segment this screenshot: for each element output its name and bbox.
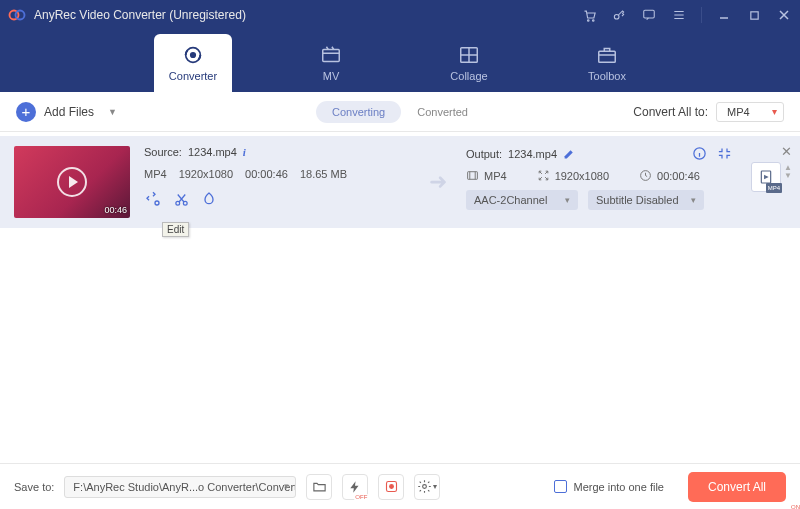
source-duration: 00:00:46: [245, 168, 288, 180]
source-filename: 1234.mp4: [188, 146, 237, 158]
svg-point-3: [592, 19, 594, 21]
main-tabs: Converter MV Collage Toolbox: [0, 30, 800, 92]
convert-all-to-label: Convert All to:: [633, 105, 708, 119]
tab-converter[interactable]: Converter: [154, 34, 232, 92]
audio-track-select[interactable]: AAC-2Channel: [466, 190, 578, 210]
media-info-button[interactable]: [692, 146, 707, 161]
arrow-icon: ➜: [424, 169, 452, 195]
svg-point-8: [191, 53, 196, 58]
thumbnail-duration: 00:46: [104, 205, 127, 215]
edit-button[interactable]: [144, 190, 162, 208]
app-logo-icon: [8, 6, 26, 24]
converter-icon: [182, 44, 204, 66]
svg-rect-5: [644, 10, 655, 18]
gpu-state: ON: [790, 504, 800, 509]
merge-label: Merge into one file: [573, 481, 664, 493]
output-label: Output:: [466, 148, 502, 160]
hardware-accel-button[interactable]: OFF: [342, 474, 368, 500]
svg-point-20: [389, 485, 393, 489]
play-icon: [57, 167, 87, 197]
gpu-toggle-button[interactable]: ON: [378, 474, 404, 500]
svg-rect-6: [750, 11, 757, 18]
source-format: MP4: [144, 168, 167, 180]
clock-icon: [639, 169, 652, 182]
format-badge: MP4: [766, 183, 782, 193]
maximize-button[interactable]: [746, 7, 762, 23]
app-title: AnyRec Video Converter (Unregistered): [34, 8, 246, 22]
key-icon[interactable]: [611, 7, 627, 23]
collage-icon: [458, 44, 480, 66]
settings-button[interactable]: ▾: [414, 474, 440, 500]
cut-button[interactable]: [172, 190, 190, 208]
video-icon: [466, 169, 479, 182]
source-label: Source:: [144, 146, 182, 158]
feedback-icon[interactable]: [641, 7, 657, 23]
edit-tooltip: Edit: [162, 222, 189, 237]
svg-point-12: [155, 201, 159, 205]
reorder-handle[interactable]: ▲▼: [784, 164, 792, 180]
toolbox-icon: [596, 44, 618, 66]
rename-button[interactable]: [563, 147, 576, 160]
open-folder-button[interactable]: [306, 474, 332, 500]
footer: Save to: F:\AnyRec Studio\AnyR...o Conve…: [0, 463, 800, 509]
compress-button[interactable]: [717, 146, 732, 161]
empty-area: [0, 228, 800, 472]
svg-point-1: [16, 11, 25, 20]
chevron-down-icon[interactable]: ▼: [108, 107, 117, 117]
output-filename: 1234.mp4: [508, 148, 557, 160]
output-format-button[interactable]: MP4: [751, 162, 781, 192]
output-resolution: 1920x1080: [555, 170, 609, 182]
tab-toolbox[interactable]: Toolbox: [568, 34, 646, 92]
svg-rect-9: [323, 50, 340, 62]
tab-label: Toolbox: [588, 70, 626, 82]
svg-point-21: [423, 485, 427, 489]
tab-collage[interactable]: Collage: [430, 34, 508, 92]
save-to-label: Save to:: [14, 481, 54, 493]
segment-converted[interactable]: Converted: [401, 101, 484, 123]
svg-rect-16: [468, 172, 478, 180]
merge-checkbox[interactable]: Merge into one file: [554, 480, 664, 493]
video-thumbnail[interactable]: 00:46: [14, 146, 130, 218]
add-files-button[interactable]: + Add Files ▼: [16, 102, 117, 122]
resolution-icon: [537, 169, 550, 182]
close-button[interactable]: [776, 7, 792, 23]
output-format: MP4: [484, 170, 507, 182]
convert-all-button[interactable]: Convert All: [688, 472, 786, 502]
titlebar: AnyRec Video Converter (Unregistered): [0, 0, 800, 30]
segment-converting[interactable]: Converting: [316, 101, 401, 123]
accel-state: OFF: [354, 494, 368, 500]
checkbox-icon: [554, 480, 567, 493]
tab-label: Collage: [450, 70, 487, 82]
menu-icon[interactable]: [671, 7, 687, 23]
save-path-dropdown[interactable]: F:\AnyRec Studio\AnyR...o Converter\Conv…: [64, 476, 296, 498]
subtitle-select[interactable]: Subtitle Disabled: [588, 190, 704, 210]
info-icon[interactable]: i: [243, 146, 246, 158]
plus-icon: +: [16, 102, 36, 122]
convert-all-format-dropdown[interactable]: MP4: [716, 102, 784, 122]
svg-rect-11: [599, 51, 616, 62]
file-item: 00:46 Source: 1234.mp4 i MP4 1920x1080 0…: [0, 136, 800, 228]
tab-label: MV: [323, 70, 340, 82]
svg-point-2: [587, 19, 589, 21]
divider: [701, 7, 702, 23]
tab-mv[interactable]: MV: [292, 34, 370, 92]
enhance-button[interactable]: [200, 190, 218, 208]
add-files-label: Add Files: [44, 105, 94, 119]
mv-icon: [320, 44, 342, 66]
minimize-button[interactable]: [716, 7, 732, 23]
remove-item-button[interactable]: ✕: [781, 144, 792, 159]
cart-icon[interactable]: [581, 7, 597, 23]
tab-label: Converter: [169, 70, 217, 82]
output-duration: 00:00:46: [657, 170, 700, 182]
source-size: 18.65 MB: [300, 168, 347, 180]
svg-point-4: [614, 14, 619, 19]
toolbar: + Add Files ▼ Converting Converted Conve…: [0, 92, 800, 132]
source-resolution: 1920x1080: [179, 168, 233, 180]
